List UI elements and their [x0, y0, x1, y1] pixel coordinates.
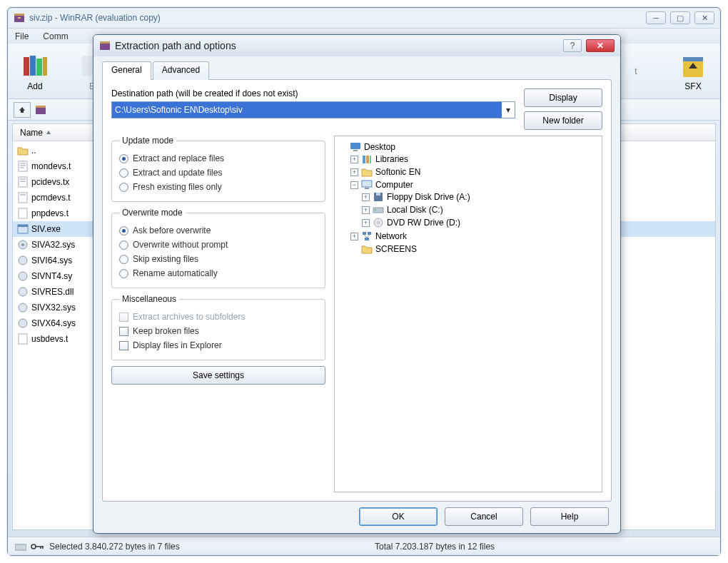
text-icon [17, 161, 29, 172]
archive-icon [35, 104, 46, 116]
svg-point-29 [19, 303, 27, 312]
folder-up-icon [17, 145, 29, 156]
sys-icon [17, 318, 29, 329]
svg-rect-38 [100, 41, 110, 44]
menu-commands[interactable]: Comm [40, 30, 71, 43]
overwrite-mode-group: Overwrite mode Ask before overwrite Over… [111, 208, 325, 288]
svg-rect-48 [373, 208, 383, 213]
check-display-explorer[interactable]: Display files in Explorer [119, 338, 318, 352]
dialog-close-button[interactable]: ✕ [586, 39, 615, 52]
extraction-dialog: Extraction path and options ? ✕ General … [93, 34, 621, 534]
folder-tree[interactable]: Desktop +Libraries +Softonic EN −Compute… [334, 136, 602, 492]
svg-rect-11 [36, 106, 46, 108]
svg-rect-19 [19, 193, 27, 203]
sys-icon [17, 270, 29, 282]
expand-icon[interactable]: + [362, 193, 370, 201]
collapse-icon[interactable]: − [350, 181, 358, 189]
books-icon [21, 51, 49, 80]
dest-path-input[interactable] [112, 102, 502, 118]
save-settings-button[interactable]: Save settings [111, 366, 325, 385]
svg-rect-10 [36, 107, 46, 114]
tree-softonic[interactable]: +Softonic EN [350, 166, 597, 178]
radio-rename-auto[interactable]: Rename automatically [119, 266, 318, 280]
dialog-titlebar[interactable]: Extraction path and options ? ✕ [93, 35, 620, 56]
tree-localdisk[interactable]: +Local Disk (C:) [362, 204, 597, 215]
menu-file[interactable]: File [12, 30, 31, 43]
folder-icon [361, 166, 373, 178]
svg-rect-16 [19, 177, 27, 187]
ok-button[interactable]: OK [359, 507, 438, 526]
dialog-title: Extraction path and options [115, 40, 559, 51]
maximize-button[interactable]: ▢ [670, 11, 690, 24]
tree-floppy[interactable]: +Floppy Disk Drive (A:) [362, 191, 597, 203]
sys-icon [17, 239, 29, 250]
overwrite-mode-legend: Overwrite mode [119, 208, 186, 218]
statusbar: Selected 3.840.272 bytes in 7 files Tota… [8, 537, 720, 555]
key-icon [31, 543, 45, 550]
svg-rect-54 [365, 238, 369, 240]
dest-path-combo[interactable]: ▾ [111, 101, 515, 118]
status-selected: Selected 3.840.272 bytes in 7 files [49, 542, 180, 552]
monitor-icon [350, 141, 361, 153]
up-button[interactable] [14, 102, 31, 118]
tree-network[interactable]: +Network [350, 230, 597, 242]
expand-icon[interactable]: + [362, 219, 370, 227]
radio-icon [119, 154, 128, 163]
svg-point-26 [19, 256, 27, 265]
col-name: Name [20, 128, 43, 138]
tree-screens[interactable]: SCREENS [350, 243, 597, 255]
tree-dvd[interactable]: +DVD RW Drive (D:) [362, 217, 597, 228]
svg-point-28 [19, 288, 27, 296]
new-folder-button[interactable]: New folder [524, 111, 602, 130]
toolbar-right[interactable]: t [615, 66, 657, 76]
cancel-button[interactable]: Cancel [445, 507, 523, 526]
tree-libraries[interactable]: +Libraries [350, 153, 597, 165]
close-button[interactable]: ✕ [694, 11, 714, 24]
expand-icon[interactable]: + [350, 168, 358, 176]
svg-rect-31 [19, 334, 27, 344]
tabstrip: General Advanced [102, 61, 612, 79]
update-mode-group: Update mode Extract and replace files Ex… [111, 136, 325, 202]
tree-computer[interactable]: −Computer [350, 179, 597, 191]
expand-icon[interactable]: + [350, 156, 358, 163]
dest-path-label: Destination path (will be created if doe… [111, 88, 515, 98]
check-keep-broken[interactable]: Keep broken files [119, 324, 318, 338]
help-button[interactable]: Help [530, 507, 609, 526]
checkbox-icon [119, 313, 128, 322]
svg-point-49 [375, 209, 376, 211]
tab-general[interactable]: General [102, 61, 151, 80]
svg-rect-5 [36, 59, 42, 76]
toolbar-sfx[interactable]: SFX [672, 51, 714, 91]
checkbox-icon [119, 327, 128, 336]
expand-icon[interactable]: + [362, 206, 370, 214]
dvd-icon [373, 217, 384, 228]
disk-icon [373, 204, 384, 215]
radio-fresh-only[interactable]: Fresh existing files only [119, 180, 318, 194]
radio-icon [119, 269, 128, 278]
radio-extract-replace[interactable]: Extract and replace files [119, 151, 318, 166]
tab-advanced[interactable]: Advanced [153, 61, 209, 80]
exe-icon [17, 223, 29, 235]
expand-icon[interactable]: + [350, 233, 358, 240]
toolbar-add[interactable]: Add [14, 51, 56, 91]
svg-rect-39 [350, 143, 360, 149]
misc-group: Miscellaneous Extract archives to subfol… [111, 294, 325, 360]
check-extract-subfolders: Extract archives to subfolders [119, 310, 318, 324]
winrar-icon [99, 40, 111, 51]
svg-point-33 [31, 544, 36, 549]
radio-skip-existing[interactable]: Skip existing files [119, 252, 318, 266]
dialog-help-button[interactable]: ? [563, 39, 582, 52]
svg-rect-43 [370, 156, 371, 163]
radio-extract-update[interactable]: Extract and update files [119, 166, 318, 180]
svg-rect-4 [30, 56, 36, 76]
radio-overwrite-noprompt[interactable]: Overwrite without prompt [119, 238, 318, 252]
titlebar[interactable]: siv.zip - WinRAR (evaluation copy) ─ ▢ ✕ [8, 8, 720, 28]
sys-icon [17, 302, 29, 313]
svg-point-51 [378, 222, 380, 224]
tree-desktop[interactable]: Desktop [339, 141, 597, 153]
radio-ask-before[interactable]: Ask before overwrite [119, 223, 318, 238]
display-button[interactable]: Display [524, 88, 602, 107]
chevron-down-icon[interactable]: ▾ [502, 105, 515, 115]
svg-line-56 [367, 235, 370, 238]
minimize-button[interactable]: ─ [646, 11, 666, 24]
